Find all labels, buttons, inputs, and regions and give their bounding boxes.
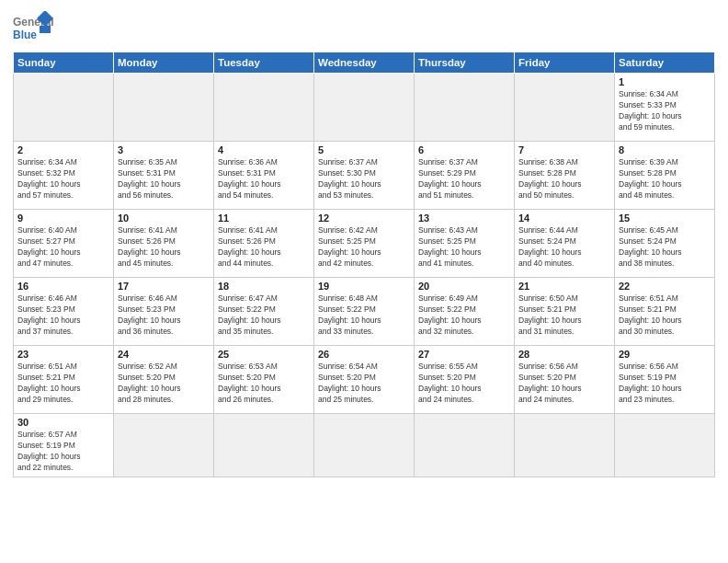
calendar-week-5: 23Sunrise: 6:51 AMSunset: 5:21 PMDayligh… — [14, 346, 715, 414]
calendar-header-row: SundayMondayTuesdayWednesdayThursdayFrid… — [14, 52, 715, 74]
calendar-cell: 27Sunrise: 6:55 AMSunset: 5:20 PMDayligh… — [415, 346, 515, 414]
calendar-cell — [515, 74, 615, 142]
day-number: 6 — [418, 144, 510, 155]
calendar-cell: 11Sunrise: 6:41 AMSunset: 5:26 PMDayligh… — [214, 210, 314, 278]
calendar-cell: 15Sunrise: 6:45 AMSunset: 5:24 PMDayligh… — [615, 210, 715, 278]
calendar-cell: 4Sunrise: 6:36 AMSunset: 5:31 PMDaylight… — [214, 142, 314, 210]
day-number: 15 — [619, 213, 711, 224]
day-number: 27 — [418, 349, 510, 360]
calendar-cell: 22Sunrise: 6:51 AMSunset: 5:21 PMDayligh… — [615, 278, 715, 346]
day-number: 7 — [518, 144, 610, 155]
calendar-cell: 14Sunrise: 6:44 AMSunset: 5:24 PMDayligh… — [515, 210, 615, 278]
day-number: 11 — [218, 213, 310, 224]
day-number: 24 — [118, 349, 210, 360]
day-info: Sunrise: 6:43 AMSunset: 5:25 PMDaylight:… — [418, 225, 510, 270]
weekday-header-saturday: Saturday — [615, 52, 715, 74]
calendar-cell — [14, 74, 114, 142]
weekday-header-wednesday: Wednesday — [314, 52, 415, 74]
calendar-week-2: 2Sunrise: 6:34 AMSunset: 5:32 PMDaylight… — [14, 142, 715, 210]
calendar-cell: 30Sunrise: 6:57 AMSunset: 5:19 PMDayligh… — [14, 414, 114, 477]
day-info: Sunrise: 6:36 AMSunset: 5:31 PMDaylight:… — [218, 157, 310, 201]
day-info: Sunrise: 6:40 AMSunset: 5:27 PMDaylight:… — [17, 225, 109, 270]
calendar-cell: 26Sunrise: 6:54 AMSunset: 5:20 PMDayligh… — [314, 346, 415, 414]
day-info: Sunrise: 6:57 AMSunset: 5:19 PMDaylight:… — [17, 430, 109, 474]
calendar-cell: 5Sunrise: 6:37 AMSunset: 5:30 PMDaylight… — [314, 142, 415, 210]
day-number: 26 — [318, 349, 410, 360]
day-number: 5 — [318, 144, 410, 155]
calendar-cell — [615, 414, 715, 477]
day-info: Sunrise: 6:49 AMSunset: 5:22 PMDaylight:… — [418, 293, 510, 338]
day-info: Sunrise: 6:52 AMSunset: 5:20 PMDaylight:… — [118, 362, 210, 406]
day-number: 4 — [218, 144, 310, 155]
day-info: Sunrise: 6:53 AMSunset: 5:20 PMDaylight:… — [218, 362, 310, 406]
weekday-header-monday: Monday — [114, 52, 214, 74]
weekday-header-friday: Friday — [515, 52, 615, 74]
calendar-cell — [415, 414, 515, 477]
calendar-cell: 2Sunrise: 6:34 AMSunset: 5:32 PMDaylight… — [14, 142, 114, 210]
day-info: Sunrise: 6:34 AMSunset: 5:32 PMDaylight:… — [17, 157, 109, 201]
day-number: 19 — [318, 281, 410, 292]
calendar-week-4: 16Sunrise: 6:46 AMSunset: 5:23 PMDayligh… — [14, 278, 715, 346]
day-number: 17 — [118, 281, 210, 292]
day-info: Sunrise: 6:54 AMSunset: 5:20 PMDaylight:… — [318, 362, 410, 406]
day-info: Sunrise: 6:44 AMSunset: 5:24 PMDaylight:… — [518, 225, 610, 270]
day-number: 1 — [619, 76, 711, 87]
calendar-cell: 7Sunrise: 6:38 AMSunset: 5:28 PMDaylight… — [515, 142, 615, 210]
calendar-cell: 28Sunrise: 6:56 AMSunset: 5:20 PMDayligh… — [515, 346, 615, 414]
svg-text:Blue: Blue — [13, 29, 37, 41]
day-info: Sunrise: 6:35 AMSunset: 5:31 PMDaylight:… — [118, 157, 210, 201]
calendar-cell — [114, 74, 214, 142]
calendar-cell: 21Sunrise: 6:50 AMSunset: 5:21 PMDayligh… — [515, 278, 615, 346]
calendar-cell: 23Sunrise: 6:51 AMSunset: 5:21 PMDayligh… — [14, 346, 114, 414]
calendar-cell: 10Sunrise: 6:41 AMSunset: 5:26 PMDayligh… — [114, 210, 214, 278]
day-number: 28 — [518, 349, 610, 360]
day-number: 16 — [17, 281, 109, 292]
day-number: 23 — [17, 349, 109, 360]
calendar-cell — [415, 74, 515, 142]
day-info: Sunrise: 6:42 AMSunset: 5:25 PMDaylight:… — [318, 225, 410, 270]
calendar-cell: 20Sunrise: 6:49 AMSunset: 5:22 PMDayligh… — [415, 278, 515, 346]
day-info: Sunrise: 6:41 AMSunset: 5:26 PMDaylight:… — [118, 225, 210, 270]
day-info: Sunrise: 6:39 AMSunset: 5:28 PMDaylight:… — [619, 157, 711, 201]
day-number: 8 — [619, 144, 711, 155]
day-info: Sunrise: 6:37 AMSunset: 5:30 PMDaylight:… — [318, 157, 410, 201]
calendar-cell — [314, 74, 415, 142]
calendar-cell: 6Sunrise: 6:37 AMSunset: 5:29 PMDaylight… — [415, 142, 515, 210]
day-info: Sunrise: 6:55 AMSunset: 5:20 PMDaylight:… — [418, 362, 510, 406]
day-number: 13 — [418, 213, 510, 224]
calendar-cell — [214, 414, 314, 477]
calendar-week-3: 9Sunrise: 6:40 AMSunset: 5:27 PMDaylight… — [14, 210, 715, 278]
day-info: Sunrise: 6:45 AMSunset: 5:24 PMDaylight:… — [619, 225, 711, 270]
calendar-cell: 13Sunrise: 6:43 AMSunset: 5:25 PMDayligh… — [415, 210, 515, 278]
calendar-cell: 25Sunrise: 6:53 AMSunset: 5:20 PMDayligh… — [214, 346, 314, 414]
day-number: 25 — [218, 349, 310, 360]
day-number: 29 — [619, 349, 711, 360]
day-info: Sunrise: 6:41 AMSunset: 5:26 PMDaylight:… — [218, 225, 310, 270]
day-info: Sunrise: 6:50 AMSunset: 5:21 PMDaylight:… — [518, 293, 610, 338]
calendar-cell: 8Sunrise: 6:39 AMSunset: 5:28 PMDaylight… — [615, 142, 715, 210]
day-info: Sunrise: 6:37 AMSunset: 5:29 PMDaylight:… — [418, 157, 510, 201]
day-info: Sunrise: 6:56 AMSunset: 5:20 PMDaylight:… — [518, 362, 610, 406]
calendar-cell: 12Sunrise: 6:42 AMSunset: 5:25 PMDayligh… — [314, 210, 415, 278]
calendar-cell: 19Sunrise: 6:48 AMSunset: 5:22 PMDayligh… — [314, 278, 415, 346]
day-number: 14 — [518, 213, 610, 224]
calendar-cell — [314, 414, 415, 477]
calendar-cell: 16Sunrise: 6:46 AMSunset: 5:23 PMDayligh… — [14, 278, 114, 346]
calendar-cell: 1Sunrise: 6:34 AMSunset: 5:33 PMDaylight… — [615, 74, 715, 142]
logo-icon: General Blue — [13, 9, 53, 46]
day-number: 3 — [118, 144, 210, 155]
weekday-header-tuesday: Tuesday — [214, 52, 314, 74]
day-info: Sunrise: 6:46 AMSunset: 5:23 PMDaylight:… — [118, 293, 210, 338]
calendar-week-6: 30Sunrise: 6:57 AMSunset: 5:19 PMDayligh… — [14, 414, 715, 477]
calendar-cell: 24Sunrise: 6:52 AMSunset: 5:20 PMDayligh… — [114, 346, 214, 414]
day-number: 22 — [619, 281, 711, 292]
day-info: Sunrise: 6:56 AMSunset: 5:19 PMDaylight:… — [619, 362, 711, 406]
calendar-cell: 9Sunrise: 6:40 AMSunset: 5:27 PMDaylight… — [14, 210, 114, 278]
calendar-cell — [114, 414, 214, 477]
calendar-cell — [515, 414, 615, 477]
day-info: Sunrise: 6:51 AMSunset: 5:21 PMDaylight:… — [17, 362, 109, 406]
weekday-header-sunday: Sunday — [14, 52, 114, 74]
day-info: Sunrise: 6:34 AMSunset: 5:33 PMDaylight:… — [619, 89, 711, 133]
day-number: 10 — [118, 213, 210, 224]
day-number: 12 — [318, 213, 410, 224]
